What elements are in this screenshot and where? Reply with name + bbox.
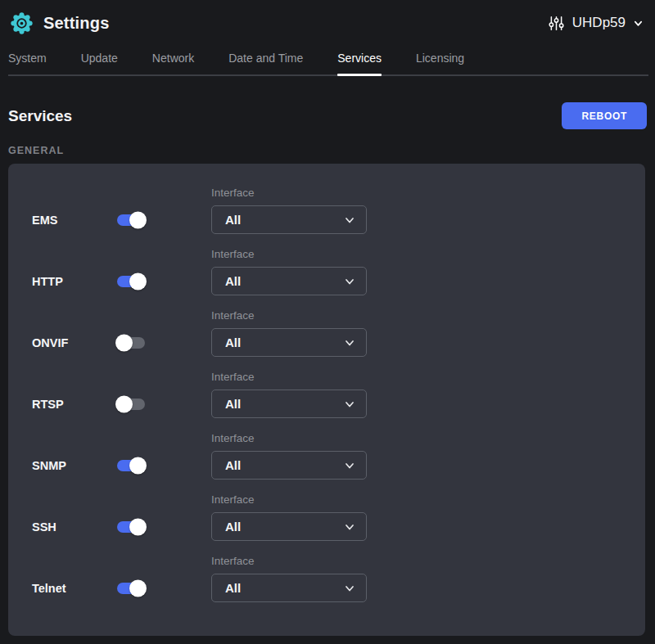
toggle-knob	[129, 457, 147, 474]
interface-select-value: All	[225, 274, 241, 288]
interface-label: Interface	[211, 309, 367, 322]
chevron-down-icon	[344, 399, 355, 410]
chevron-down-icon	[344, 583, 355, 594]
service-row-rtsp: RTSP Interface All	[8, 371, 645, 418]
interface-select-ssh[interactable]: All	[211, 512, 367, 541]
toggle-rtsp[interactable]	[117, 399, 145, 410]
interface-label: Interface	[211, 187, 367, 199]
interface-field: Interface All	[211, 493, 367, 541]
interface-select-value: All	[225, 336, 241, 349]
interface-label: Interface	[211, 371, 367, 383]
interface-select-ems[interactable]: All	[211, 205, 367, 234]
toggle-ssh[interactable]	[117, 521, 145, 533]
interface-field: Interface All	[211, 309, 367, 357]
chevron-down-icon	[344, 521, 355, 533]
chevron-down-icon	[633, 18, 644, 29]
interface-label: Interface	[211, 493, 367, 506]
interface-select-snmp[interactable]: All	[211, 451, 367, 480]
chevron-down-icon	[344, 276, 355, 287]
interface-select-http[interactable]: All	[211, 267, 367, 295]
interface-label: Interface	[211, 432, 367, 444]
toggle-knob	[129, 518, 147, 535]
toggle-knob	[115, 334, 133, 351]
interface-field: Interface All	[211, 555, 367, 602]
tabbar-wrap: System Update Network Date and Time Serv…	[0, 46, 655, 76]
interface-select-value: All	[225, 581, 241, 595]
interface-field: Interface All	[211, 248, 367, 295]
toggle-knob	[129, 579, 147, 597]
device-name: UHDp59	[572, 15, 626, 31]
service-label-ssh: SSH	[32, 520, 56, 534]
page-title: Settings	[43, 14, 110, 33]
service-row-ems: EMS Interface All	[8, 187, 645, 234]
interface-field: Interface All	[211, 432, 367, 480]
service-label-ems: EMS	[32, 214, 57, 227]
toggle-telnet[interactable]	[117, 583, 145, 594]
interface-select-value: All	[225, 397, 241, 411]
toggle-knob	[129, 272, 147, 290]
service-row-ssh: SSH Interface All	[8, 493, 645, 541]
tab-licensing[interactable]: Licensing	[416, 52, 464, 74]
interface-select-onvif[interactable]: All	[211, 328, 367, 357]
service-label-snmp: SNMP	[32, 459, 66, 472]
service-row-snmp: SNMP Interface All	[8, 432, 645, 480]
interface-field: Interface All	[211, 187, 367, 234]
toggle-ems[interactable]	[117, 214, 145, 226]
interface-select-value: All	[225, 213, 241, 227]
service-label-rtsp: RTSP	[32, 398, 64, 411]
app-header: Settings UHDp59	[0, 0, 655, 46]
section-header: Services REBOOT	[0, 102, 655, 129]
settings-tabbar: System Update Network Date and Time Serv…	[8, 46, 648, 76]
general-group-label: GENERAL	[0, 145, 655, 156]
interface-select-value: All	[225, 520, 241, 534]
chevron-down-icon	[344, 337, 355, 349]
interface-select-telnet[interactable]: All	[211, 574, 367, 602]
device-menu[interactable]: UHDp59	[548, 15, 644, 32]
interface-select-rtsp[interactable]: All	[211, 390, 367, 418]
service-row-telnet: Telnet Interface All	[8, 555, 645, 602]
sliders-icon	[548, 15, 565, 32]
service-row-http: HTTP Interface All	[8, 248, 645, 295]
chevron-down-icon	[344, 460, 355, 471]
tab-date-and-time[interactable]: Date and Time	[228, 52, 303, 74]
toggle-http[interactable]	[117, 276, 145, 287]
interface-label: Interface	[211, 248, 367, 260]
header-left: Settings	[10, 11, 110, 35]
toggle-snmp[interactable]	[117, 460, 145, 471]
tab-network[interactable]: Network	[152, 52, 194, 74]
service-label-http: HTTP	[32, 275, 63, 288]
settings-page: Settings UHDp59 Sys	[0, 0, 655, 644]
toggle-onvif[interactable]	[117, 337, 145, 349]
reboot-button[interactable]: REBOOT	[562, 102, 647, 129]
service-label-telnet: Telnet	[32, 582, 66, 595]
interface-label: Interface	[211, 555, 367, 567]
toggle-knob	[115, 395, 133, 412]
interface-field: Interface All	[211, 371, 367, 418]
tab-update[interactable]: Update	[81, 52, 118, 74]
interface-select-value: All	[225, 458, 241, 472]
gear-icon	[10, 11, 34, 35]
toggle-knob	[129, 211, 147, 228]
tab-services[interactable]: Services	[337, 52, 382, 74]
chevron-down-icon	[344, 214, 355, 226]
tab-system[interactable]: System	[8, 52, 47, 74]
services-panel: EMS Interface All HTTP	[8, 164, 645, 636]
service-label-onvif: ONVIF	[32, 336, 68, 349]
service-row-onvif: ONVIF Interface All	[8, 309, 645, 357]
section-title: Services	[8, 107, 72, 125]
